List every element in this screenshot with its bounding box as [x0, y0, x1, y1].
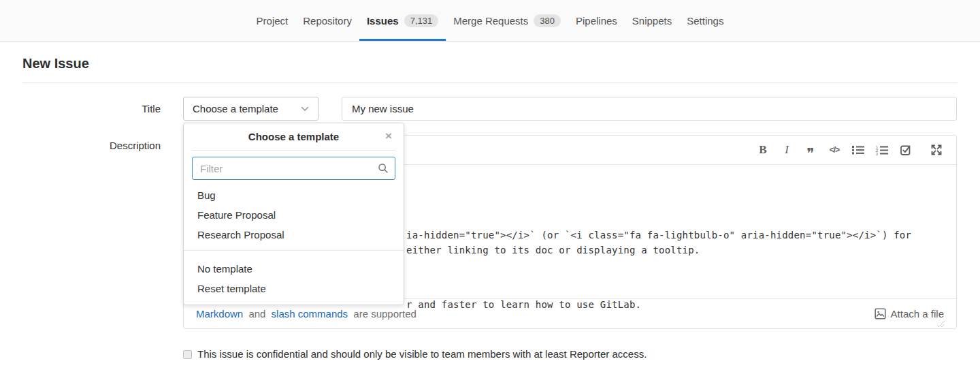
tab-snippets-label: Snippets: [632, 15, 672, 27]
dropdown-header-divider: [192, 150, 395, 151]
template-dropdown-header: Choose a template ×: [184, 123, 404, 150]
heading-divider: [22, 82, 958, 83]
tab-settings-label: Settings: [687, 15, 723, 27]
description-text-line: either linking to its doc or displaying …: [406, 245, 700, 255]
description-label: Description: [68, 140, 161, 151]
bold-icon[interactable]: B: [755, 142, 770, 158]
slash-commands-link[interactable]: slash commands: [272, 308, 348, 320]
tab-snippets[interactable]: Snippets: [625, 0, 679, 41]
choose-template-button-label: Choose a template: [193, 103, 278, 114]
attach-file-button[interactable]: Attach a file: [875, 308, 944, 320]
tab-merge-requests-label: Merge Requests: [453, 15, 528, 27]
filter-field: [192, 157, 395, 180]
tab-project[interactable]: Project: [249, 0, 296, 41]
supported-text: are supported: [353, 308, 416, 320]
tab-project-label: Project: [257, 15, 289, 27]
no-template-option[interactable]: No template: [184, 259, 404, 279]
tab-repository-label: Repository: [303, 15, 352, 27]
italic-icon[interactable]: I: [779, 142, 794, 158]
template-option-feature-proposal[interactable]: Feature Proposal: [184, 205, 404, 225]
task-list-icon[interactable]: [898, 142, 913, 158]
template-option-bug[interactable]: Bug: [184, 185, 404, 205]
tab-settings[interactable]: Settings: [679, 0, 731, 41]
reset-template-option[interactable]: Reset template: [184, 279, 404, 298]
quote-icon[interactable]: ❞: [803, 142, 818, 158]
bullet-list-icon[interactable]: [851, 142, 866, 158]
code-icon[interactable]: </>: [827, 142, 842, 158]
attach-file-label: Attach a file: [891, 308, 944, 320]
template-option-research-proposal[interactable]: Research Proposal: [184, 225, 404, 245]
tab-issues-label: Issues: [367, 15, 399, 27]
tab-issues[interactable]: Issues 7,131: [359, 0, 446, 41]
template-actions-list: No template Reset template: [184, 259, 404, 298]
confidential-row: This issue is confidential and should on…: [183, 348, 647, 360]
close-icon[interactable]: ×: [385, 129, 392, 143]
merge-requests-count-badge: 380: [534, 14, 561, 27]
dropdown-section-divider: [184, 250, 404, 251]
attach-file-icon: [875, 308, 886, 320]
tab-repository[interactable]: Repository: [295, 0, 359, 41]
tab-pipelines-label: Pipelines: [576, 15, 617, 27]
issue-title-input[interactable]: [342, 97, 957, 121]
title-label: Title: [68, 103, 161, 114]
description-text-line: ia-hidden="true"></i>` (or `<i class="fa…: [406, 230, 911, 241]
project-navbar: Project Repository Issues 7,131 Merge Re…: [0, 0, 980, 42]
template-dropdown-title: Choose a template: [248, 131, 339, 142]
and-text: and: [248, 308, 265, 320]
confidential-label: This issue is confidential and should on…: [197, 348, 647, 360]
tab-pipelines[interactable]: Pipelines: [568, 0, 625, 41]
markdown-help-text: Markdown and slash commands are supporte…: [196, 308, 419, 320]
template-filter-input[interactable]: [192, 157, 395, 180]
numbered-list-icon[interactable]: 1 2 3: [875, 142, 889, 158]
search-icon: [378, 163, 389, 174]
new-issue-page: Project Repository Issues 7,131 Merge Re…: [0, 0, 980, 372]
markdown-link[interactable]: Markdown: [196, 308, 243, 320]
confidential-checkbox[interactable]: [183, 350, 192, 359]
issues-count-badge: 7,131: [404, 14, 439, 27]
svg-text:3: 3: [876, 151, 878, 155]
page-title: New Issue: [22, 56, 89, 72]
template-dropdown-panel: Choose a template × Bug Feature Proposal…: [183, 123, 404, 305]
choose-template-button[interactable]: Choose a template: [183, 97, 318, 121]
fullscreen-icon[interactable]: [929, 142, 944, 158]
chevron-down-icon: [301, 106, 309, 112]
template-list: Bug Feature Proposal Research Proposal: [184, 185, 404, 245]
tab-merge-requests[interactable]: Merge Requests 380: [446, 0, 568, 41]
